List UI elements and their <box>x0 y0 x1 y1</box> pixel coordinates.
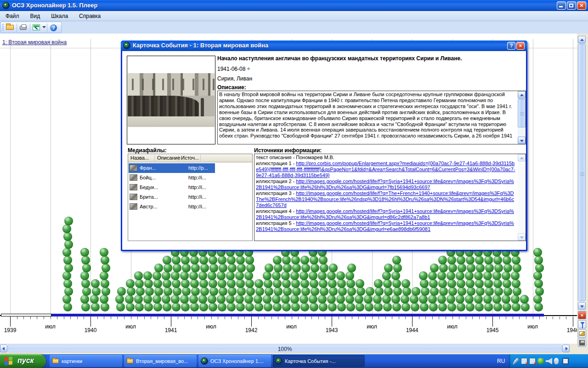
event-dot[interactable] <box>91 279 100 288</box>
restore-button[interactable] <box>567 1 576 10</box>
event-dot[interactable] <box>447 279 456 288</box>
event-dot[interactable] <box>447 295 455 304</box>
menu-Файл[interactable]: Файл <box>0 11 25 19</box>
event-dot[interactable] <box>483 295 492 304</box>
event-dot[interactable] <box>520 295 529 304</box>
event-dot[interactable] <box>153 295 161 304</box>
event-dot[interactable] <box>457 303 465 311</box>
event-dot[interactable] <box>494 287 503 296</box>
event-dot[interactable] <box>300 256 309 264</box>
event-dot[interactable] <box>134 271 143 280</box>
event-dot[interactable] <box>465 271 474 280</box>
event-dot[interactable] <box>100 271 108 280</box>
event-dot[interactable] <box>135 279 144 288</box>
dialog-close-button[interactable]: × <box>516 42 525 50</box>
event-dot[interactable] <box>319 279 328 288</box>
event-dot[interactable] <box>163 303 171 311</box>
event-dot[interactable] <box>355 295 363 304</box>
event-dot[interactable] <box>401 295 409 304</box>
event-dot[interactable] <box>145 287 154 296</box>
event-dot[interactable] <box>318 295 327 304</box>
event-dot[interactable] <box>383 303 392 311</box>
event-dot[interactable] <box>125 295 134 304</box>
event-dot[interactable] <box>246 264 255 272</box>
event-dot[interactable] <box>336 271 345 280</box>
event-dot[interactable] <box>282 256 291 264</box>
event-dot[interactable] <box>80 295 89 304</box>
event-dot[interactable] <box>475 279 484 288</box>
event-dot[interactable] <box>182 264 191 272</box>
event-dot[interactable] <box>62 224 71 233</box>
event-dot[interactable] <box>448 264 457 272</box>
event-dot[interactable] <box>154 287 163 296</box>
event-dot[interactable] <box>64 287 73 296</box>
event-dot[interactable] <box>102 264 110 272</box>
event-dot[interactable] <box>439 287 448 296</box>
event-dot[interactable] <box>428 295 437 304</box>
event-dot[interactable] <box>511 295 520 304</box>
event-dot[interactable] <box>92 287 101 296</box>
event-dot[interactable] <box>135 303 144 311</box>
menu-Справка[interactable]: Справка <box>74 11 106 19</box>
event-dot[interactable] <box>143 295 152 304</box>
event-dot[interactable] <box>437 271 446 280</box>
event-dot[interactable] <box>100 295 108 304</box>
event-dot[interactable] <box>272 295 281 304</box>
open-button[interactable] <box>5 23 15 32</box>
event-dot[interactable] <box>209 287 218 296</box>
event-dot[interactable] <box>319 256 328 264</box>
event-dot[interactable] <box>375 287 384 296</box>
event-dot[interactable] <box>218 279 226 288</box>
event-dot[interactable] <box>209 279 217 288</box>
event-dot[interactable] <box>209 303 217 311</box>
event-dot[interactable] <box>456 295 464 304</box>
media-column-header[interactable]: Источ... <box>179 155 201 161</box>
event-dot[interactable] <box>534 303 543 311</box>
event-dot[interactable] <box>200 287 209 296</box>
event-dot[interactable] <box>311 264 319 272</box>
event-dot[interactable] <box>456 271 464 280</box>
event-dot[interactable] <box>117 287 126 296</box>
event-dot[interactable] <box>171 295 180 304</box>
media-file-row[interactable]: Фран...http://p... <box>129 163 252 173</box>
event-dot[interactable] <box>172 256 181 264</box>
media-file-row[interactable]: Австр...http://i... <box>129 202 252 212</box>
event-dot[interactable] <box>81 256 90 264</box>
event-dot[interactable] <box>391 295 400 304</box>
event-dot[interactable] <box>382 295 391 304</box>
volume-icon[interactable] <box>546 358 552 364</box>
event-dot[interactable] <box>320 264 328 272</box>
event-dot[interactable] <box>300 295 308 304</box>
event-dot[interactable] <box>236 303 245 311</box>
event-dot[interactable] <box>274 264 283 272</box>
event-dot[interactable] <box>447 256 456 264</box>
event-dot[interactable] <box>101 279 109 288</box>
event-dot[interactable] <box>182 287 191 296</box>
event-dot[interactable] <box>80 271 89 280</box>
event-dot[interactable] <box>503 287 512 296</box>
event-dot[interactable] <box>236 256 245 264</box>
event-dot[interactable] <box>283 287 292 296</box>
event-dot[interactable] <box>144 279 153 288</box>
event-dot[interactable] <box>218 256 226 264</box>
event-dot[interactable] <box>281 271 290 280</box>
event-dot[interactable] <box>246 287 255 296</box>
event-dot[interactable] <box>264 279 272 288</box>
event-dot[interactable] <box>236 279 245 288</box>
vertical-scroll-thumb[interactable] <box>578 44 586 301</box>
export-button[interactable] <box>32 23 42 32</box>
event-dot[interactable] <box>254 279 263 288</box>
event-dot[interactable] <box>199 279 208 288</box>
event-dot[interactable] <box>191 287 200 296</box>
event-dot[interactable] <box>346 303 355 311</box>
event-dot[interactable] <box>199 303 208 311</box>
media-file-row[interactable]: Брита...http://i... <box>129 192 252 202</box>
filter-button[interactable] <box>578 320 586 328</box>
event-dot[interactable] <box>264 303 272 311</box>
event-dot[interactable] <box>466 279 475 288</box>
save-button[interactable] <box>578 339 586 347</box>
event-dot[interactable] <box>272 271 281 280</box>
event-dot[interactable] <box>447 303 456 311</box>
timeline-close-button[interactable]: × <box>578 311 586 319</box>
event-dot[interactable] <box>366 287 374 296</box>
